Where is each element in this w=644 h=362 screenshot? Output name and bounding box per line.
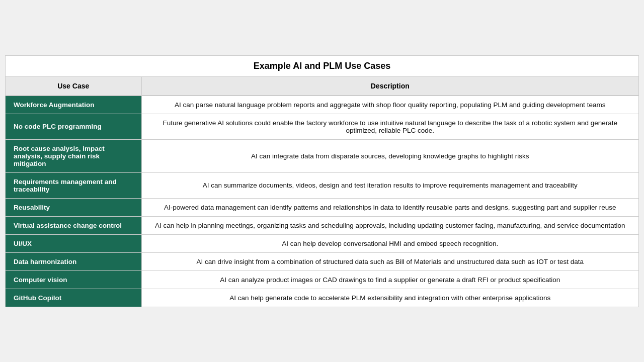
header-row: Use Case Description xyxy=(6,77,638,96)
use-case-cell: UI/UX xyxy=(6,234,141,252)
table-row: Computer visionAI can analyze product im… xyxy=(6,270,638,289)
use-case-cell: Workforce Augmentation xyxy=(6,96,141,114)
main-container: Example AI and PLM Use Cases Use Case De… xyxy=(5,55,639,307)
description-cell: AI can analyze product images or CAD dra… xyxy=(141,270,638,289)
use-case-cell: No code PLC programming xyxy=(6,114,141,139)
table-title: Example AI and PLM Use Cases xyxy=(6,56,638,77)
description-cell: AI-powered data management can identify … xyxy=(141,198,638,216)
use-case-cell: GitHub Copilot xyxy=(6,289,141,307)
table-row: UI/UXAI can help develop conversational … xyxy=(6,234,638,252)
table-row: GitHub CopilotAI can help generate code … xyxy=(6,289,638,307)
use-case-cell: Data harmonization xyxy=(6,252,141,270)
col-header-use-case: Use Case xyxy=(6,77,141,96)
description-cell: AI can help in planning meetings, organi… xyxy=(141,216,638,234)
table-row: Data harmonizationAI can drive insight f… xyxy=(6,252,638,270)
description-cell: AI can integrate data from disparate sou… xyxy=(141,139,638,172)
table-row: Root cause analysis, impact analysis, su… xyxy=(6,139,638,172)
description-cell: AI can help develop conversational HMI a… xyxy=(141,234,638,252)
use-case-cell: Virtual assistance change control xyxy=(6,216,141,234)
use-case-cell: Root cause analysis, impact analysis, su… xyxy=(6,139,141,172)
table-row: Workforce AugmentationAI can parse natur… xyxy=(6,96,638,114)
description-cell: AI can help generate code to accelerate … xyxy=(141,289,638,307)
table-row: No code PLC programmingFuture generative… xyxy=(6,114,638,139)
use-case-cell: Reusability xyxy=(6,198,141,216)
use-cases-table: Use Case Description Workforce Augmentat… xyxy=(6,77,638,307)
col-header-description: Description xyxy=(141,77,638,96)
description-cell: AI can drive insight from a combination … xyxy=(141,252,638,270)
table-row: Virtual assistance change controlAI can … xyxy=(6,216,638,234)
description-cell: AI can parse natural language problem re… xyxy=(141,96,638,114)
description-cell: AI can summarize documents, videos, desi… xyxy=(141,172,638,198)
use-case-cell: Computer vision xyxy=(6,270,141,289)
description-cell: Future generative AI solutions could ena… xyxy=(141,114,638,139)
table-row: ReusabilityAI-powered data management ca… xyxy=(6,198,638,216)
use-case-cell: Requirements management and traceability xyxy=(6,172,141,198)
table-row: Requirements management and traceability… xyxy=(6,172,638,198)
